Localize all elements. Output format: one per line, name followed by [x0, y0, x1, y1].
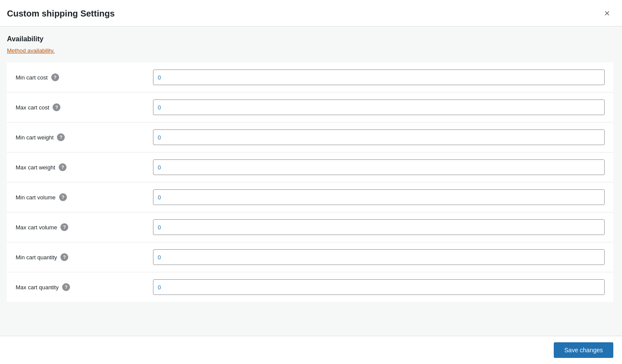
form-row: Max cart cost? [7, 93, 613, 122]
input-min_cart_volume[interactable] [153, 189, 605, 205]
label-group-max_cart_volume: Max cart volume? [16, 223, 146, 231]
method-availability-link[interactable]: Method availability. [7, 47, 55, 54]
help-icon-min_cart_weight[interactable]: ? [57, 133, 65, 141]
section-title: Availability [7, 35, 613, 43]
help-icon-min_cart_quantity[interactable]: ? [60, 253, 68, 261]
close-button[interactable]: × [601, 7, 613, 20]
save-changes-button[interactable]: Save changes [554, 342, 613, 358]
label-group-min_cart_weight: Min cart weight? [16, 133, 146, 141]
label-group-max_cart_quantity: Max cart quantity? [16, 283, 146, 291]
help-icon-min_cart_cost[interactable]: ? [51, 73, 59, 81]
input-max_cart_cost[interactable] [153, 99, 605, 115]
label-max_cart_quantity: Max cart quantity [16, 284, 59, 291]
help-icon-max_cart_cost[interactable]: ? [53, 103, 60, 111]
input-max_cart_quantity[interactable] [153, 279, 605, 295]
form-row: Min cart volume? [7, 182, 613, 212]
label-max_cart_volume: Max cart volume [16, 224, 57, 231]
form-row: Max cart volume? [7, 212, 613, 242]
label-min_cart_weight: Min cart weight [16, 134, 53, 141]
modal-container: Custom shipping Settings × Availability … [0, 0, 622, 364]
label-max_cart_cost: Max cart cost [16, 104, 49, 111]
label-group-min_cart_cost: Min cart cost? [16, 73, 146, 81]
form-row: Min cart cost? [7, 63, 613, 93]
label-max_cart_weight: Max cart weight [16, 164, 55, 171]
modal-header: Custom shipping Settings × [0, 0, 622, 26]
help-icon-max_cart_volume[interactable]: ? [60, 223, 68, 231]
label-group-min_cart_quantity: Min cart quantity? [16, 253, 146, 261]
help-icon-max_cart_weight[interactable]: ? [59, 163, 67, 171]
form-row: Max cart weight? [7, 152, 613, 182]
form-row: Min cart weight? [7, 122, 613, 152]
fields-container: Min cart cost?Max cart cost?Min cart wei… [7, 63, 613, 302]
input-max_cart_volume[interactable] [153, 219, 605, 235]
input-max_cart_weight[interactable] [153, 159, 605, 175]
label-min_cart_volume: Min cart volume [16, 194, 56, 201]
label-group-max_cart_cost: Max cart cost? [16, 103, 146, 111]
label-min_cart_cost: Min cart cost [16, 74, 48, 81]
modal-body: Availability Method availability. Min ca… [0, 26, 622, 336]
help-icon-max_cart_quantity[interactable]: ? [62, 283, 70, 291]
label-group-max_cart_weight: Max cart weight? [16, 163, 146, 171]
form-row: Min cart quantity? [7, 242, 613, 272]
modal-footer: Save changes [0, 336, 622, 364]
input-min_cart_quantity[interactable] [153, 249, 605, 265]
label-group-min_cart_volume: Min cart volume? [16, 193, 146, 201]
form-row: Max cart quantity? [7, 272, 613, 302]
input-min_cart_cost[interactable] [153, 69, 605, 85]
label-min_cart_quantity: Min cart quantity [16, 254, 57, 261]
help-icon-min_cart_volume[interactable]: ? [59, 193, 67, 201]
modal-title: Custom shipping Settings [7, 9, 115, 19]
input-min_cart_weight[interactable] [153, 129, 605, 145]
